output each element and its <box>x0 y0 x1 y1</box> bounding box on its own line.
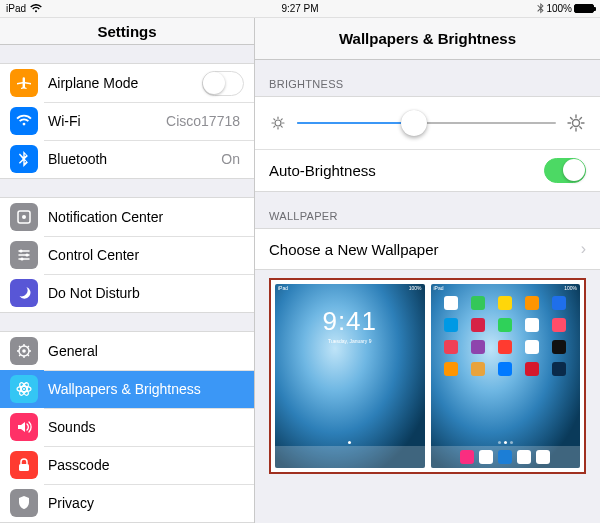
wifi-settings-icon <box>10 107 38 135</box>
control-center-icon <box>10 241 38 269</box>
bluetooth-settings-icon <box>10 145 38 173</box>
svg-point-2 <box>19 249 22 252</box>
dnd-label: Do Not Disturb <box>48 285 244 301</box>
lock-screen-preview[interactable]: iPad100% 9:41 Tuesday, January 9 <box>275 284 425 468</box>
home-screen-preview[interactable]: iPad100% <box>431 284 581 468</box>
nc-label: Notification Center <box>48 209 244 225</box>
auto-brightness-label: Auto-Brightness <box>269 162 544 179</box>
brightness-max-icon <box>566 113 586 133</box>
sidebar-group-network: Airplane Mode Wi-Fi Cisco17718 Bluetooth… <box>0 63 254 179</box>
brightness-panel: Auto-Brightness <box>255 96 600 192</box>
choose-wallpaper-row[interactable]: Choose a New Wallpaper › <box>255 229 600 269</box>
wallpapers-icon <box>10 375 38 403</box>
detail-pane: Wallpapers & Brightness BRIGHTNESS Auto-… <box>255 18 600 523</box>
brightness-slider-row <box>255 97 600 149</box>
sidebar-item-wallpapers-brightness[interactable]: Wallpapers & Brightness <box>0 370 254 408</box>
device-label: iPad <box>6 3 26 14</box>
wallpaper-header: WALLPAPER <box>255 192 600 228</box>
brightness-header: BRIGHTNESS <box>255 60 600 96</box>
settings-sidebar: Settings Airplane Mode Wi-Fi Cisco17718 <box>0 18 255 523</box>
sidebar-item-passcode[interactable]: Passcode <box>0 446 254 484</box>
wb-label: Wallpapers & Brightness <box>48 381 244 397</box>
dnd-icon <box>10 279 38 307</box>
cc-label: Control Center <box>48 247 244 263</box>
airplane-switch[interactable] <box>202 71 244 96</box>
bluetooth-label: Bluetooth <box>48 151 221 167</box>
general-icon <box>10 337 38 365</box>
status-time: 9:27 PM <box>202 3 398 14</box>
svg-rect-12 <box>19 464 29 471</box>
svg-point-1 <box>22 215 26 219</box>
passcode-label: Passcode <box>48 457 244 473</box>
sidebar-item-general[interactable]: General <box>0 332 254 370</box>
bluetooth-value: On <box>221 151 240 167</box>
sidebar-item-privacy[interactable]: Privacy <box>0 484 254 522</box>
svg-point-13 <box>275 120 281 126</box>
svg-point-14 <box>573 120 580 127</box>
privacy-label: Privacy <box>48 495 244 511</box>
sidebar-item-airplane[interactable]: Airplane Mode <box>0 64 254 102</box>
brightness-min-icon <box>269 114 287 132</box>
brightness-slider[interactable] <box>297 122 556 124</box>
airplane-icon <box>10 69 38 97</box>
detail-title: Wallpapers & Brightness <box>255 18 600 60</box>
sounds-label: Sounds <box>48 419 244 435</box>
svg-point-4 <box>20 257 23 260</box>
svg-point-6 <box>22 349 26 353</box>
battery-icon <box>574 4 594 13</box>
choose-wallpaper-label: Choose a New Wallpaper <box>269 241 581 258</box>
wifi-label: Wi-Fi <box>48 113 166 129</box>
status-bar: iPad 9:27 PM 100% <box>0 0 600 18</box>
svg-point-8 <box>23 388 25 390</box>
sidebar-group-notifications: Notification Center Control Center Do No… <box>0 197 254 313</box>
svg-point-3 <box>25 253 28 256</box>
home-app-grid <box>441 296 571 376</box>
sidebar-item-wifi[interactable]: Wi-Fi Cisco17718 <box>0 102 254 140</box>
wifi-icon <box>30 4 42 13</box>
sidebar-item-sounds[interactable]: Sounds <box>0 408 254 446</box>
lock-clock: 9:41 Tuesday, January 9 <box>275 306 425 344</box>
sidebar-item-control-center[interactable]: Control Center <box>0 236 254 274</box>
wallpaper-panel: Choose a New Wallpaper › <box>255 228 600 270</box>
brightness-slider-thumb[interactable] <box>401 110 427 136</box>
general-label: General <box>48 343 244 359</box>
bluetooth-icon <box>537 3 544 14</box>
sounds-icon <box>10 413 38 441</box>
sidebar-title: Settings <box>0 18 254 45</box>
sidebar-group-general: General Wallpapers & Brightness Sounds P… <box>0 331 254 523</box>
auto-brightness-row: Auto-Brightness <box>255 149 600 191</box>
privacy-icon <box>10 489 38 517</box>
wifi-value: Cisco17718 <box>166 113 240 129</box>
battery-label: 100% <box>546 3 572 14</box>
wallpaper-previews: iPad100% 9:41 Tuesday, January 9 iPad100… <box>269 278 586 474</box>
sidebar-item-dnd[interactable]: Do Not Disturb <box>0 274 254 312</box>
home-dock <box>431 446 581 468</box>
passcode-icon <box>10 451 38 479</box>
notification-center-icon <box>10 203 38 231</box>
sidebar-item-bluetooth[interactable]: Bluetooth On <box>0 140 254 178</box>
auto-brightness-switch[interactable] <box>544 158 586 183</box>
sidebar-item-notification-center[interactable]: Notification Center <box>0 198 254 236</box>
airplane-label: Airplane Mode <box>48 75 202 91</box>
chevron-right-icon: › <box>581 240 586 258</box>
